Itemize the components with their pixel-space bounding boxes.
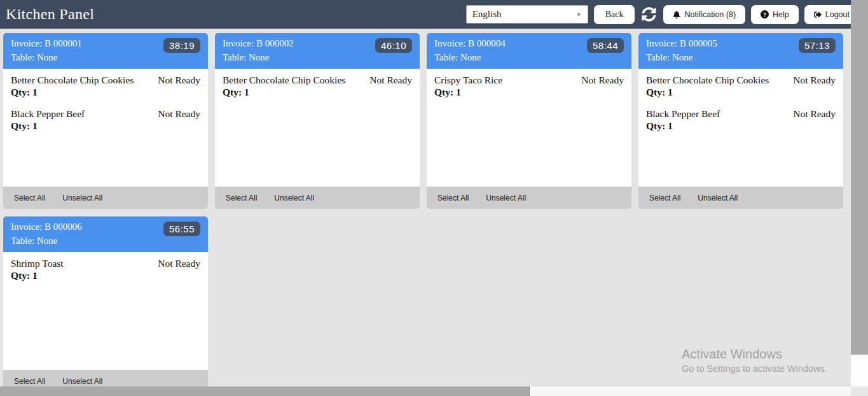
timer-badge: 38:19 xyxy=(163,38,200,53)
item-qty: Qty: 1 xyxy=(11,270,200,281)
card-items: Better Chocolate Chip Cookies Not Ready … xyxy=(3,69,208,187)
item-name: Black Pepper Beef xyxy=(11,108,85,120)
order-item[interactable]: Better Chocolate Chip Cookies Not Ready … xyxy=(11,74,200,98)
order-card: Invoice: B 000004 Table: None 58:44 Cris… xyxy=(427,33,631,209)
scrollbar-corner xyxy=(851,386,868,396)
question-circle-icon: ? xyxy=(761,10,769,18)
horizontal-scrollbar[interactable] xyxy=(0,386,851,396)
order-card: Invoice: B 000002 Table: None 46:10 Bett… xyxy=(215,33,420,209)
vertical-scrollbar-thumb[interactable] xyxy=(851,0,868,355)
order-card-footer: Select All Unselect All xyxy=(3,187,208,209)
invoice-label: Invoice: B 000005 xyxy=(646,36,717,50)
item-qty: Qty: 1 xyxy=(646,120,836,132)
unselect-all-button[interactable]: Unselect All xyxy=(486,194,526,202)
invoice-label: Invoice: B 000004 xyxy=(434,36,506,50)
help-button[interactable]: ? Help xyxy=(751,5,799,24)
order-item-row: Better Chocolate Chip Cookies Not Ready xyxy=(11,74,200,86)
table-label: Table: None xyxy=(223,50,294,64)
order-card-header-text: Invoice: B 000002 Table: None xyxy=(223,36,294,64)
order-item-row: Crispy Taco Rice Not Ready xyxy=(434,74,624,86)
bell-icon xyxy=(673,11,680,18)
table-label: Table: None xyxy=(646,50,717,64)
select-all-button[interactable]: Select All xyxy=(14,377,45,386)
unselect-all-button[interactable]: Unselect All xyxy=(62,377,102,386)
item-name: Better Chocolate Chip Cookies xyxy=(223,74,345,86)
horizontal-scrollbar-thumb[interactable] xyxy=(0,386,530,396)
notification-button[interactable]: Notification (8) xyxy=(663,5,745,24)
order-card-header: Invoice: B 000006 Table: None 56:55 xyxy=(3,216,208,252)
logout-icon xyxy=(814,11,822,18)
item-qty: Qty: 1 xyxy=(434,87,624,98)
invoice-label: Invoice: B 000006 xyxy=(11,220,82,234)
order-item-row: Black Pepper Beef Not Ready xyxy=(11,108,200,120)
page-title: Kitchen Panel xyxy=(6,6,94,23)
language-select[interactable]: English ▼ xyxy=(466,5,588,24)
cards-grid: Invoice: B 000001 Table: None 38:19 Bett… xyxy=(0,29,851,396)
select-all-button[interactable]: Select All xyxy=(14,194,45,202)
order-item-row: Black Pepper Beef Not Ready xyxy=(646,108,836,120)
invoice-label: Invoice: B 000001 xyxy=(11,36,82,50)
vertical-scrollbar[interactable] xyxy=(851,0,868,386)
item-name: Shrimp Toast xyxy=(11,258,64,269)
navbar-controls: English ▼ Back Notification (8) ? Help L… xyxy=(466,5,859,24)
order-item[interactable]: Better Chocolate Chip Cookies Not Ready … xyxy=(646,74,836,98)
card-items: Better Chocolate Chip Cookies Not Ready … xyxy=(638,69,843,187)
timer-badge: 58:44 xyxy=(587,38,624,53)
select-all-button[interactable]: Select All xyxy=(649,194,680,202)
item-status: Not Ready xyxy=(158,108,200,120)
item-qty: Qty: 1 xyxy=(646,87,836,98)
card-items: Crispy Taco Rice Not Ready Qty: 1 xyxy=(427,69,631,187)
order-card-header-text: Invoice: B 000005 Table: None xyxy=(646,36,717,64)
order-card: Invoice: B 000001 Table: None 38:19 Bett… xyxy=(3,33,208,209)
item-status: Not Ready xyxy=(158,258,200,269)
unselect-all-button[interactable]: Unselect All xyxy=(62,194,102,202)
card-items: Shrimp Toast Not Ready Qty: 1 xyxy=(3,252,208,370)
timer-badge: 46:10 xyxy=(375,38,412,53)
order-item-row: Better Chocolate Chip Cookies Not Ready xyxy=(223,74,412,86)
item-qty: Qty: 1 xyxy=(11,120,200,132)
order-card-header: Invoice: B 000001 Table: None 38:19 xyxy=(3,33,208,69)
unselect-all-button[interactable]: Unselect All xyxy=(698,194,738,202)
chevron-down-icon: ▼ xyxy=(576,11,582,18)
order-item[interactable]: Crispy Taco Rice Not Ready Qty: 1 xyxy=(434,74,624,98)
order-item[interactable]: Black Pepper Beef Not Ready Qty: 1 xyxy=(11,108,200,132)
item-status: Not Ready xyxy=(158,74,200,86)
table-label: Table: None xyxy=(11,50,82,64)
back-button[interactable]: Back xyxy=(594,5,635,24)
timer-badge: 57:13 xyxy=(799,38,836,53)
table-label: Table: None xyxy=(434,50,506,64)
item-name: Black Pepper Beef xyxy=(646,108,720,120)
unselect-all-button[interactable]: Unselect All xyxy=(274,194,314,202)
table-label: Table: None xyxy=(11,234,82,248)
help-label: Help xyxy=(773,10,789,19)
item-qty: Qty: 1 xyxy=(11,87,200,98)
order-item-row: Better Chocolate Chip Cookies Not Ready xyxy=(646,74,836,86)
order-card-footer: Select All Unselect All xyxy=(638,187,843,209)
order-card-footer: Select All Unselect All xyxy=(215,187,420,209)
navbar: Kitchen Panel English ▼ Back Notificatio… xyxy=(0,0,868,29)
order-item[interactable]: Black Pepper Beef Not Ready Qty: 1 xyxy=(646,108,836,132)
item-status: Not Ready xyxy=(369,74,412,86)
order-card-header: Invoice: B 000005 Table: None 57:13 xyxy=(638,33,843,69)
order-card: Invoice: B 000006 Table: None 56:55 Shri… xyxy=(3,216,208,392)
order-item[interactable]: Better Chocolate Chip Cookies Not Ready … xyxy=(223,74,412,98)
select-all-button[interactable]: Select All xyxy=(226,194,257,202)
item-qty: Qty: 1 xyxy=(223,87,412,98)
order-item[interactable]: Shrimp Toast Not Ready Qty: 1 xyxy=(11,258,200,281)
card-items: Better Chocolate Chip Cookies Not Ready … xyxy=(215,69,420,187)
item-name: Better Chocolate Chip Cookies xyxy=(11,74,134,86)
item-status: Not Ready xyxy=(581,74,624,86)
refresh-icon[interactable] xyxy=(640,7,658,22)
item-name: Better Chocolate Chip Cookies xyxy=(646,74,769,86)
order-card-header-text: Invoice: B 000006 Table: None xyxy=(11,220,82,248)
order-card-footer: Select All Unselect All xyxy=(427,187,631,209)
order-card-header-text: Invoice: B 000001 Table: None xyxy=(11,36,82,64)
timer-badge: 56:55 xyxy=(163,222,200,236)
invoice-label: Invoice: B 000002 xyxy=(223,36,294,50)
order-item-row: Shrimp Toast Not Ready xyxy=(11,258,200,269)
logout-label: Logout xyxy=(825,10,850,19)
notification-label: Notification (8) xyxy=(684,10,736,19)
order-card: Invoice: B 000005 Table: None 57:13 Bett… xyxy=(638,33,843,209)
select-all-button[interactable]: Select All xyxy=(437,194,469,202)
item-name: Crispy Taco Rice xyxy=(434,74,502,86)
